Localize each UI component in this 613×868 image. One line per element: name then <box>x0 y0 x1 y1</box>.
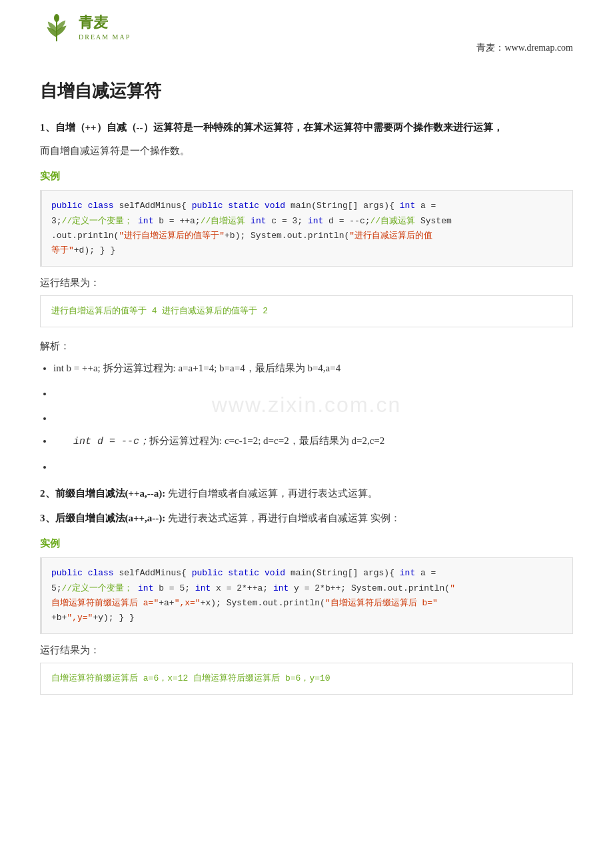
bullet-list: int b = ++a; 拆分运算过程为: a=a+1=4; b=a=4，最后结… <box>53 359 573 377</box>
result-block-2: 自增运算符前缀运算后 a=6，x=12 自增运算符后缀运算后 b=6，y=10 <box>40 663 573 695</box>
logo-main-text: 青麦 <box>79 14 131 31</box>
bullet-empty-2 <box>53 407 573 429</box>
logo-icon: 青麦 DREAM MAP <box>40 13 131 43</box>
bullet-empty-1 <box>53 383 573 405</box>
logo-area: 青麦 DREAM MAP <box>40 13 131 43</box>
numbered-item-2: 2、前缀自增自减法(++a,--a): 先进行自增或者自减运算，再进行表达式运算… <box>40 485 573 503</box>
result-block-1: 进行自增运算后的值等于 4 进行自减运算后的值等于 2 <box>40 295 573 327</box>
bullet-item-1: int b = ++a; 拆分运算过程为: a=a+1=4; b=a=4，最后结… <box>53 359 573 377</box>
run-result-label-2: 运行结果为： <box>40 642 573 659</box>
example-label-1: 实例 <box>40 168 573 185</box>
page-wrapper: www.zixin.com.cn <box>0 0 613 868</box>
bullet-empty-item-3 <box>53 456 573 478</box>
run-result-label-1: 运行结果为： <box>40 275 573 292</box>
header: 青麦 DREAM MAP 青麦：www.dremap.com <box>40 13 573 56</box>
code-block-2: public class selfAddMinus{ public static… <box>40 557 573 633</box>
italic-code: int d = --c； <box>73 436 149 447</box>
logo-sub-text: DREAM MAP <box>79 31 131 43</box>
numbered-item-3: 3、后缀自增自减法(a++,a--): 先进行表达式运算，再进行自增或者自减运算… <box>40 509 573 527</box>
logo-svg-icon <box>40 13 73 43</box>
page-title: 自增自减运算符 <box>40 76 573 105</box>
intro-cont: 而自增自减运算符是一个操作数。 <box>40 142 573 160</box>
item-3-cont: 先进行表达式运算，再进行自增或者自减运算 实例： <box>165 513 400 523</box>
bullet-list-4: int d = --c；拆分运算过程为: c=c-1=2; d=c=2，最后结果… <box>53 432 573 451</box>
logo-text-area: 青麦 DREAM MAP <box>79 14 131 43</box>
item-3-bold: 3、后缀自增自减法(a++,a--): <box>40 513 165 523</box>
code-block-1: public class selfAddMinus{ public static… <box>40 190 573 266</box>
bullet-empty-item-1 <box>53 383 573 405</box>
bullet-empty-item-2 <box>53 407 573 429</box>
item-2-cont: 先进行自增或者自减运算，再进行表达式运算。 <box>165 488 378 499</box>
bullet-empty-3 <box>53 456 573 478</box>
intro-bold: 1、自增（++）自减（--）运算符 <box>40 122 183 133</box>
analysis-label: 解析： <box>40 338 573 355</box>
item-2-bold: 2、前缀自增自减法(++a,--a): <box>40 488 165 499</box>
example-label-2: 实例 <box>40 535 573 553</box>
svg-point-1 <box>55 15 59 21</box>
bullet-4-cont: 拆分运算过程为: c=c-1=2; d=c=2，最后结果为 d=2,c=2 <box>149 435 384 446</box>
site-url: 青麦：www.dremap.com <box>476 40 573 56</box>
bullet-item-4: int d = --c；拆分运算过程为: c=c-1=2; d=c=2，最后结果… <box>53 432 573 451</box>
intro-bold-2: 是一种特殊的算术运算符，在算术运算符中需要两个操作数来进行运算， <box>183 122 503 133</box>
intro-paragraph: 1、自增（++）自减（--）运算符是一种特殊的算术运算符，在算术运算符中需要两个… <box>40 119 573 137</box>
